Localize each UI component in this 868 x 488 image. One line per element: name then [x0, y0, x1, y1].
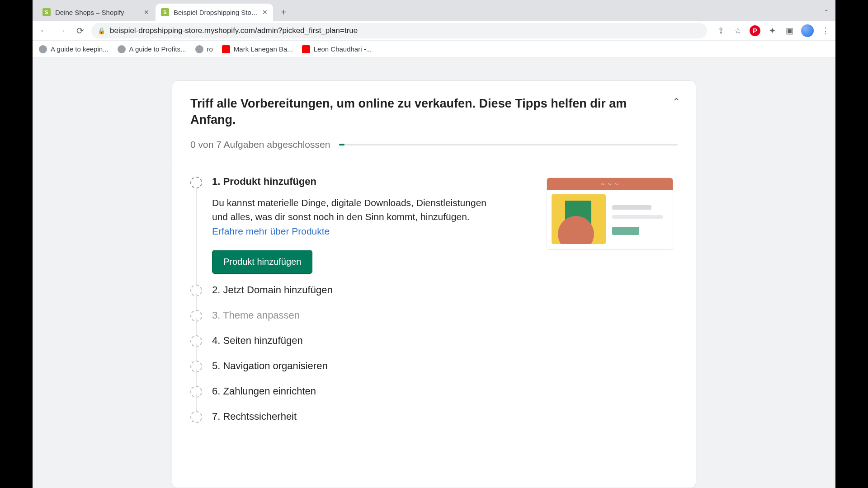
bookmark-star-icon[interactable]: ☆ — [732, 25, 743, 36]
favicon — [118, 45, 126, 53]
progress-row: 0 von 7 Aufgaben abgeschlossen — [172, 139, 696, 161]
extensions-icon[interactable]: ✦ — [767, 25, 778, 36]
browser-tabstrip: Deine Shops – Shopify ✕ Beispiel Dropshi… — [33, 0, 835, 21]
sidepanel-icon[interactable]: ▣ — [784, 25, 795, 36]
step-organize-navigation[interactable]: 5. Navigation organisieren — [190, 353, 678, 379]
bookmark-item[interactable]: A guide to keepin... — [39, 45, 108, 53]
progress-text: 0 von 7 Aufgaben abgeschlossen — [190, 139, 330, 150]
shopify-favicon — [42, 8, 51, 16]
progress-bar — [339, 144, 678, 145]
step-illustration: ～～～ — [542, 176, 678, 274]
setup-guide-card: Triff alle Vorbereitungen, um online zu … — [172, 80, 696, 488]
favicon — [39, 45, 47, 53]
step-add-pages[interactable]: 4. Seiten hinzufügen — [190, 328, 678, 353]
share-icon[interactable]: ⇪ — [715, 25, 726, 36]
url-text: beispiel-dropshipping-store.myshopify.co… — [110, 26, 358, 35]
step-title[interactable]: 1. Produkt hinzufügen — [212, 176, 532, 188]
youtube-favicon — [222, 45, 230, 53]
step-description: Du kannst materielle Dinge, digitale Dow… — [212, 196, 492, 239]
browser-toolbar: ← → ⟳ 🔒 beispiel-dropshipping-store.mysh… — [33, 21, 835, 41]
youtube-favicon — [302, 45, 310, 53]
step-add-product: 1. Produkt hinzufügen Du kannst materiel… — [190, 172, 678, 278]
add-product-button[interactable]: Produkt hinzufügen — [212, 250, 312, 274]
reload-button[interactable]: ⟳ — [73, 24, 87, 38]
step-marker-icon[interactable] — [190, 177, 202, 188]
step-title[interactable]: 3. Theme anpassen — [212, 310, 678, 321]
tab-title: Deine Shops – Shopify — [55, 9, 140, 16]
back-button[interactable]: ← — [37, 24, 51, 38]
step-title[interactable]: 2. Jetzt Domain hinzufügen — [212, 284, 678, 296]
address-bar[interactable]: 🔒 beispiel-dropshipping-store.myshopify.… — [91, 23, 707, 38]
step-title[interactable]: 5. Navigation organisieren — [212, 360, 678, 372]
page-content: Triff alle Vorbereitungen, um online zu … — [33, 58, 835, 488]
pinterest-extension-icon[interactable]: P — [750, 25, 760, 36]
step-legal[interactable]: 7. Rechtssicherheit — [190, 404, 678, 429]
new-tab-button[interactable]: + — [277, 5, 290, 19]
bookmark-item[interactable]: Mark Lanegan Ba... — [222, 45, 293, 53]
tabs-dropdown-icon[interactable]: ⌄ — [824, 5, 829, 13]
learn-more-link[interactable]: Erfahre mehr über Produkte — [212, 226, 330, 236]
lock-icon: 🔒 — [98, 27, 105, 34]
tab-title: Beispiel Dropshipping Store · H — [174, 9, 259, 16]
step-customize-theme[interactable]: 3. Theme anpassen — [190, 303, 678, 328]
bookmarks-bar: A guide to keepin... A guide to Profits.… — [33, 41, 835, 58]
steps-list: 1. Produkt hinzufügen Du kannst materiel… — [172, 161, 696, 430]
progress-fill — [339, 144, 344, 145]
step-title[interactable]: 6. Zahlungen einrichten — [212, 385, 678, 397]
step-setup-payments[interactable]: 6. Zahlungen einrichten — [190, 379, 678, 404]
chevron-up-icon[interactable]: ⌃ — [672, 96, 680, 108]
profile-avatar[interactable] — [801, 24, 814, 37]
step-title[interactable]: 7. Rechtssicherheit — [212, 411, 678, 422]
step-connector — [196, 188, 197, 287]
bookmark-item[interactable]: Leon Chaudhari -... — [302, 45, 372, 53]
step-marker-icon[interactable] — [190, 411, 202, 423]
browser-tab[interactable]: Deine Shops – Shopify ✕ — [37, 4, 155, 21]
favicon — [195, 45, 203, 53]
card-title: Triff alle Vorbereitungen, um online zu … — [190, 95, 678, 128]
bookmark-item[interactable]: A guide to Profits... — [118, 45, 186, 53]
forward-button: → — [55, 24, 69, 38]
step-title[interactable]: 4. Seiten hinzufügen — [212, 335, 678, 347]
close-icon[interactable]: ✕ — [262, 9, 268, 16]
kebab-menu-icon[interactable]: ⋮ — [820, 25, 831, 36]
close-icon[interactable]: ✕ — [144, 9, 149, 16]
bookmark-item[interactable]: ro — [195, 45, 213, 53]
step-add-domain[interactable]: 2. Jetzt Domain hinzufügen — [190, 277, 678, 303]
shopify-favicon — [161, 8, 169, 16]
browser-tab[interactable]: Beispiel Dropshipping Store · H ✕ — [156, 4, 273, 21]
